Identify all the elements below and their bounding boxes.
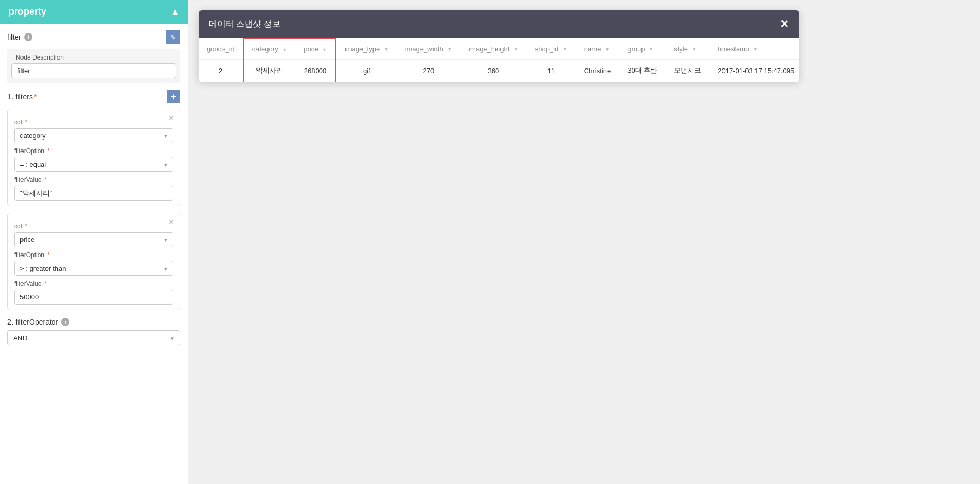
td-image-height: 360 xyxy=(460,60,527,82)
td-goods-id: 2 xyxy=(199,60,243,82)
filter-card-1-close[interactable]: ✕ xyxy=(168,113,174,122)
filter2-col-label: col * xyxy=(14,223,173,230)
add-filter-button[interactable]: + xyxy=(167,90,180,103)
th-timestamp-arrow: ▼ xyxy=(753,47,758,52)
filter-card-1: ✕ col * category ▼ filterOption * = : eq… xyxy=(7,109,180,206)
filter1-col-label: col * xyxy=(14,119,173,126)
td-name: Christine xyxy=(576,60,619,82)
th-image-width-arrow: ▼ xyxy=(447,47,452,52)
td-style: 모던시크 xyxy=(666,60,709,82)
th-style[interactable]: style ▼ xyxy=(666,38,709,60)
filter-operator-select[interactable]: AND OR xyxy=(7,330,180,345)
filter1-value-label: filterValue * xyxy=(14,176,173,183)
td-image-width: 270 xyxy=(397,60,461,82)
filter1-option-select[interactable]: = : equal xyxy=(14,157,173,172)
th-image-type-arrow: ▼ xyxy=(384,47,389,52)
filter-card-2-close[interactable]: ✕ xyxy=(168,217,174,226)
filter1-option-wrapper: = : equal ▼ xyxy=(14,157,173,172)
th-price-arrow: ▼ xyxy=(322,47,327,52)
filters-section: 1. filters* + ✕ col * category ▼ filterO… xyxy=(7,90,180,310)
table-row: 2 악세사리 268000 gif 270 360 11 Christine 3… xyxy=(199,60,799,82)
filter1-option-label: filterOption * xyxy=(14,147,173,155)
th-image-type[interactable]: image_type ▼ xyxy=(336,38,397,60)
filter-card-2: ✕ col * price ▼ filterOption * > : great… xyxy=(7,213,180,310)
table-header-row: goods_id category ▼ price ▼ image_type ▼… xyxy=(199,38,799,60)
right-panel: 데이터 스냅샷 정보 ✕ goods_id category ▼ price ▼… xyxy=(188,0,980,484)
th-group-arrow: ▼ xyxy=(649,47,654,52)
filter-info-icon: i xyxy=(24,33,32,41)
modal-title: 데이터 스냅샷 정보 xyxy=(209,19,281,30)
th-style-arrow: ▼ xyxy=(692,47,697,52)
th-goods-id: goods_id xyxy=(199,38,243,60)
filter1-value-input[interactable] xyxy=(14,186,173,201)
th-name-arrow: ▼ xyxy=(605,47,610,52)
node-description-input[interactable] xyxy=(11,63,176,78)
filter2-value-label: filterValue * xyxy=(14,280,173,287)
th-shop-id[interactable]: shop_id ▼ xyxy=(527,38,576,60)
panel-title: property xyxy=(8,6,46,17)
node-description-label: Node Description xyxy=(11,52,176,63)
filter2-value-input[interactable] xyxy=(14,290,173,305)
th-name[interactable]: name ▼ xyxy=(576,38,619,60)
td-group: 30대 후반 xyxy=(619,60,666,82)
th-category[interactable]: category ▼ xyxy=(243,38,295,60)
filter1-col-wrapper: category ▼ xyxy=(14,128,173,143)
td-image-type: gif xyxy=(336,60,397,82)
filter-operator-label: 2. filterOperator xyxy=(7,318,58,326)
modal-close-button[interactable]: ✕ xyxy=(780,18,789,30)
node-description-wrapper: Node Description xyxy=(7,49,180,83)
td-price: 268000 xyxy=(295,60,336,82)
filters-section-header: 1. filters* + xyxy=(7,90,180,103)
filter2-option-wrapper: > : greater than ▼ xyxy=(14,261,173,276)
panel-header: property ▲ xyxy=(0,0,188,24)
filter-section-header: filter i ✎ xyxy=(7,30,180,44)
filter-operator-section: 2. filterOperator i AND OR ▼ xyxy=(7,318,180,345)
filter-edit-button[interactable]: ✎ xyxy=(166,30,180,44)
left-panel: property ▲ filter i ✎ Node Description 1… xyxy=(0,0,188,484)
th-price[interactable]: price ▼ xyxy=(295,38,336,60)
th-shop-id-arrow: ▼ xyxy=(563,47,567,52)
filter2-col-wrapper: price ▼ xyxy=(14,232,173,247)
th-image-height-arrow: ▼ xyxy=(514,47,518,52)
th-image-height[interactable]: image_height ▼ xyxy=(460,38,527,60)
filter2-col-select[interactable]: price xyxy=(14,232,173,247)
th-image-width[interactable]: image_width ▼ xyxy=(397,38,461,60)
modal-body: goods_id category ▼ price ▼ image_type ▼… xyxy=(199,38,799,82)
filter-operator-wrapper: AND OR ▼ xyxy=(7,330,180,345)
panel-collapse-icon[interactable]: ▲ xyxy=(171,7,179,17)
td-category: 악세사리 xyxy=(243,60,295,82)
data-table: goods_id category ▼ price ▼ image_type ▼… xyxy=(199,38,799,82)
td-timestamp: 2017-01-03 17:15:47.095 xyxy=(709,60,799,82)
filter2-option-label: filterOption * xyxy=(14,251,173,259)
th-group[interactable]: group ▼ xyxy=(619,38,666,60)
filter1-col-select[interactable]: category xyxy=(14,128,173,143)
th-timestamp[interactable]: timestamp ▼ xyxy=(709,38,799,60)
filter-label: filter xyxy=(7,33,21,41)
modal-header: 데이터 스냅샷 정보 ✕ xyxy=(199,10,799,38)
filters-section-label: 1. filters* xyxy=(7,93,37,101)
th-category-arrow: ▼ xyxy=(282,47,287,52)
filter2-option-select[interactable]: > : greater than xyxy=(14,261,173,276)
filter-operator-info-icon: i xyxy=(61,318,69,326)
td-shop-id: 11 xyxy=(527,60,576,82)
panel-body: filter i ✎ Node Description 1. filters* … xyxy=(0,24,188,484)
filter-operator-header: 2. filterOperator i xyxy=(7,318,180,326)
data-snapshot-modal: 데이터 스냅샷 정보 ✕ goods_id category ▼ price ▼… xyxy=(199,10,799,82)
